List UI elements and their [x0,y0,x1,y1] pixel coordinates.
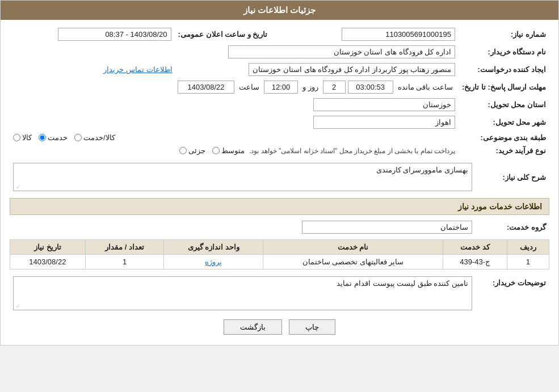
province-input: خوزستان [313,98,455,111]
services-table: ردیف کد خدمت نام خدمت واحد اندازه گیری ت… [10,239,549,269]
creator-label: ایجاد کننده درخواست: [459,61,549,78]
cell-quantity: 1 [85,255,164,269]
general-desc-value: بهسازی ماموورسرای کارمندی [376,166,468,174]
back-button[interactable]: بازگشت [224,319,282,335]
deadline-label: مهلت ارسال پاسخ: تا تاریخ: [459,78,549,96]
purchase-type-jazii[interactable]: جزئی [179,146,205,155]
category-radio-khedmat[interactable]: خدمت [39,133,68,142]
purchase-type-motavasset[interactable]: متوسط [212,146,245,155]
category-label: طبقه بندی موضوعی: [459,131,549,144]
city-label: شهر محل تحویل: [459,113,549,131]
col-quantity: تعداد / مقدار [85,240,164,255]
cell-row-num: 1 [507,255,549,269]
need-number-label: شماره نیاز: [459,26,549,43]
buyer-notes-label: توضیحات خریدار: [476,274,549,313]
province-label: استان محل تحویل: [459,96,549,113]
cell-service-code: ج-43-439 [443,255,507,269]
col-service-code: کد خدمت [443,240,507,255]
creator-value: منصور زهتاب پور کاربرداز اداره کل فرودگا… [175,61,459,78]
purchase-type-label: نوع فرآیند خرید: [459,144,549,157]
table-row: 1 ج-43-439 سایر فعالیتهای تخصصی ساختمان … [10,255,549,269]
contact-link[interactable]: اطلاعات تماس خریدار [103,65,172,74]
buyer-org-label: نام دستگاه خریدار: [459,43,549,61]
deadline-days: 2 [323,81,346,94]
announcement-date-label: تاریخ و ساعت اعلان عمومی: [175,26,271,43]
creator-input: منصور زهتاب پور کاربرداز اداره کل فرودگا… [249,63,455,76]
category-radio-kala[interactable]: کالا [13,133,32,142]
announcement-date-value: 1403/08/20 - 08:37 [10,26,175,43]
col-unit: واحد اندازه گیری [164,240,263,255]
buyer-notes-section: توضیحات خریدار: تامین کننده طبق لیست پیو… [10,274,549,313]
cell-service-name: سایر فعالیتهای تخصصی ساختمان [263,255,443,269]
cell-unit[interactable]: پروژه [164,255,263,269]
need-number-input: 1103005691000195 [342,28,455,41]
col-row-num: ردیف [507,240,549,255]
deadline-remaining: 03:00:53 [348,81,393,94]
general-desc-label: شرح کلی نیاز: [476,161,549,193]
purchase-type-note: پرداخت تمام یا بخشی از مبلغ خریداز محل "… [249,147,455,155]
buyer-notes-value: تامین کننده طبق لیست پیوست اقدام نماید [337,279,468,288]
buyer-org-value: اداره کل فرودگاه های استان خوزستان [10,43,459,61]
col-service-name: نام خدمت [263,240,443,255]
category-radio-group: کالا خدمت کالا/خدمت [13,133,455,142]
purchase-type-radio-group: جزئی متوسط [179,146,245,155]
buttons-row: چاپ بازگشت [10,319,549,335]
page-title: جزئیات اطلاعات نیاز [1,1,558,20]
service-group-section: گروه خدمت: ساختمان [10,218,549,236]
deadline-time: 12:00 [264,81,298,94]
deadline-remaining-label: ساعت باقی مانده [398,83,453,91]
cell-date: 1403/08/22 [10,255,86,269]
content-area: شماره نیاز: 1103005691000195 تاریخ و ساع… [1,20,558,345]
deadline-days-label: روز و [302,83,318,91]
announcement-date-input: 1403/08/20 - 08:37 [58,28,171,41]
print-button[interactable]: چاپ [289,319,335,335]
buyer-org-input: اداره کل فرودگاه های استان خوزستان [228,45,455,58]
info-grid: شماره نیاز: 1103005691000195 تاریخ و ساع… [10,26,549,157]
category-radio-kala-khedmat[interactable]: کالا/خدمت [74,133,115,142]
services-section-header: اطلاعات خدمات مورد نیاز [10,198,549,215]
deadline-time-label: ساعت [239,83,259,91]
need-number-value: 1103005691000195 [293,26,459,43]
page-wrapper: جزئیات اطلاعات نیاز شماره نیاز: 11030056… [0,0,559,345]
service-group-value: ساختمان [302,221,472,234]
general-desc-section: شرح کلی نیاز: بهسازی ماموورسرای کارمندی … [10,161,549,193]
deadline-date: 1403/08/22 [178,81,234,94]
city-input: اهواز [313,116,455,129]
col-date: تاریخ نیاز [10,240,86,255]
service-group-label: گروه خدمت: [476,218,549,236]
